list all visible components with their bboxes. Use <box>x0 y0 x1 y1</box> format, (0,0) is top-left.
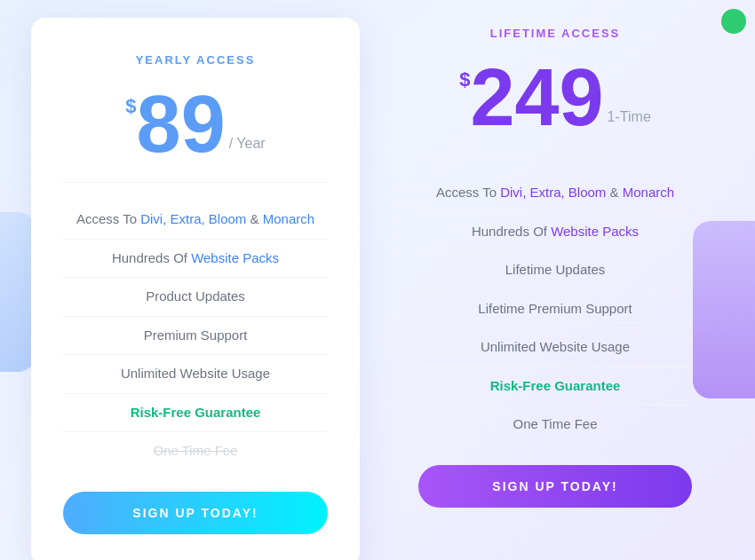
yearly-signup-button[interactable]: SIGN UP TODAY! <box>63 492 328 534</box>
yearly-price-dollar: $ <box>125 97 136 116</box>
yearly-price-period: / Year <box>229 136 266 152</box>
yearly-feature-4: Premium Support <box>63 317 328 356</box>
yearly-f1-link2[interactable]: Monarch <box>263 211 314 226</box>
yearly-feature-3: Product Updates <box>63 278 328 317</box>
lifetime-plan-title: LIFETIME ACCESS <box>418 27 692 40</box>
yearly-price-wrapper: $ 89 / Year <box>63 84 328 164</box>
pricing-container: YEARLY ACCESS $ 89 / Year Access To Divi… <box>13 0 742 560</box>
lifetime-feature-list: Access To Divi, Extra, Bloom & Monarch H… <box>418 174 692 444</box>
lifetime-signup-button[interactable]: SIGN UP TODAY! <box>418 465 692 508</box>
lifetime-f4-plain: Lifetime Premium Support <box>478 301 632 316</box>
lifetime-f6-green[interactable]: Risk-Free Guarantee <box>490 378 621 393</box>
lifetime-f1-link2[interactable]: Monarch <box>623 185 674 200</box>
yearly-f1-link1[interactable]: Divi, Extra, Bloom <box>140 211 246 226</box>
lifetime-f1-text: Access To <box>436 185 500 200</box>
yearly-feature-1: Access To Divi, Extra, Bloom & Monarch <box>63 201 328 240</box>
lifetime-f3-plain: Lifetime Updates <box>505 262 606 277</box>
yearly-f1-text: Access To <box>76 211 140 226</box>
yearly-f3-plain: Product Updates <box>146 288 245 304</box>
yearly-card: YEARLY ACCESS $ 89 / Year Access To Divi… <box>31 18 360 560</box>
lifetime-feature-2: Hundreds Of Website Packs <box>418 213 692 252</box>
lifetime-price-amount: 249 <box>470 58 603 138</box>
lifetime-f7-plain: One Time Fee <box>513 416 597 431</box>
yearly-plan-title: YEARLY ACCESS <box>63 53 328 67</box>
lifetime-f2-text: Hundreds Of <box>472 224 551 239</box>
lifetime-f2-link[interactable]: Website Packs <box>551 224 639 239</box>
lifetime-feature-7: One Time Fee <box>418 406 692 444</box>
yearly-f6-green[interactable]: Risk-Free Guarantee <box>131 405 261 420</box>
yearly-feature-2: Hundreds Of Website Packs <box>63 240 328 279</box>
lifetime-divider <box>418 155 692 156</box>
lifetime-f1-mid: & <box>610 185 623 200</box>
lifetime-feature-3: Lifetime Updates <box>418 251 692 290</box>
yearly-f7-strikethrough: One Time Fee <box>153 443 237 458</box>
lifetime-f1-link1[interactable]: Divi, Extra, Bloom <box>500 185 606 200</box>
yearly-feature-6: Risk-Free Guarantee <box>63 394 328 433</box>
yearly-f2-text: Hundreds Of <box>112 250 191 265</box>
lifetime-price-period: 1-Time <box>608 109 651 125</box>
yearly-f4-plain: Premium Support <box>144 327 248 343</box>
yearly-divider <box>63 182 328 183</box>
yearly-f1-mid: & <box>250 211 263 226</box>
yearly-feature-list: Access To Divi, Extra, Bloom & Monarch H… <box>63 201 328 470</box>
lifetime-price-dollar: $ <box>459 70 470 90</box>
yearly-f5-plain: Unlimited Website Usage <box>121 366 270 381</box>
lifetime-feature-1: Access To Divi, Extra, Bloom & Monarch <box>418 174 692 213</box>
yearly-feature-7: One Time Fee <box>63 432 328 470</box>
yearly-f2-link[interactable]: Website Packs <box>191 250 279 265</box>
lifetime-feature-5: Unlimited Website Usage <box>418 328 692 367</box>
yearly-feature-5: Unlimited Website Usage <box>63 355 328 394</box>
lifetime-f5-plain: Unlimited Website Usage <box>481 339 630 354</box>
lifetime-feature-4: Lifetime Premium Support <box>418 290 692 329</box>
lifetime-price-wrapper: $ 249 1-Time <box>418 58 692 138</box>
lifetime-card: LIFETIME ACCESS $ 249 1-Time Access To D… <box>386 18 724 540</box>
lifetime-feature-6: Risk-Free Guarantee <box>418 367 692 406</box>
yearly-price-amount: 89 <box>137 84 226 164</box>
